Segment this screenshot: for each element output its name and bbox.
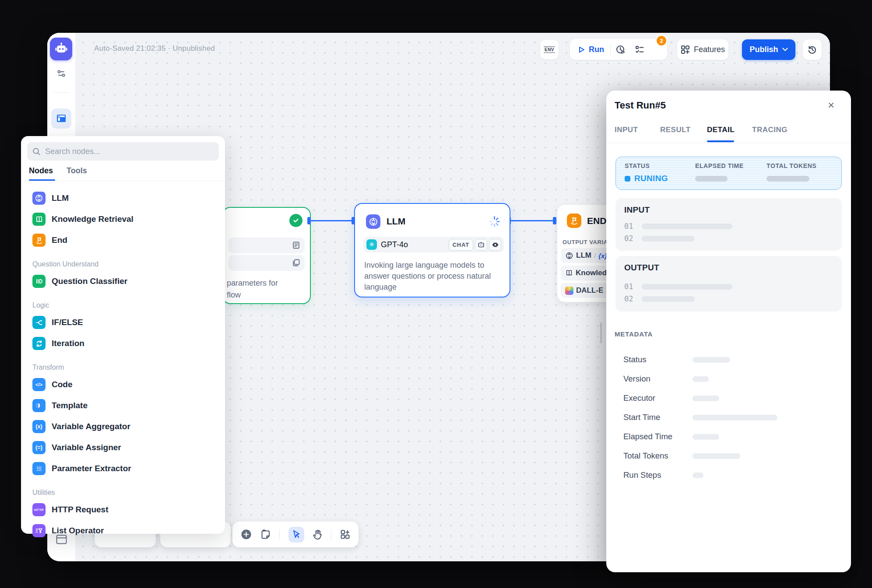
canvas-control-toolbar — [232, 522, 359, 547]
metadata-row-total-tokens: Total Tokens — [623, 446, 842, 466]
window-icon — [56, 113, 67, 124]
metadata-row-start-time: Start Time — [623, 408, 842, 427]
dalle-icon — [565, 287, 573, 295]
node-item-if-else[interactable]: IF/ELSE — [29, 312, 217, 333]
run-label: Run — [589, 45, 604, 54]
input-card-title: INPUT — [624, 205, 650, 215]
success-check-icon — [289, 214, 302, 227]
node-item-variable-assigner[interactable]: {=} Variable Assigner — [29, 437, 217, 458]
env-button[interactable]: ENV — [540, 40, 559, 60]
book-icon — [565, 269, 573, 277]
gpt4o-model-icon: ✳ — [366, 239, 377, 250]
metadata-row-executor: Executor — [623, 388, 842, 408]
end-node-title: END — [587, 216, 606, 226]
close-icon[interactable]: × — [828, 99, 834, 111]
toolbar-divider — [279, 529, 280, 540]
publish-button[interactable]: Publish — [742, 39, 795, 60]
template-icon — [32, 399, 46, 412]
tabs-divider — [606, 143, 851, 143]
loading-spinner-icon — [489, 216, 500, 228]
checklist-button[interactable] — [630, 39, 649, 60]
node-item-template[interactable]: Template — [29, 395, 217, 416]
canvas-scrollbar[interactable] — [600, 322, 602, 343]
add-node-button[interactable] — [241, 529, 252, 540]
clock-play-icon — [615, 45, 626, 55]
running-status-dot — [625, 176, 630, 182]
eye-icon — [492, 242, 499, 248]
edge-source-handle[interactable] — [307, 217, 311, 224]
metadata-skeleton — [693, 376, 709, 382]
llm-model-name: GPT-4o — [381, 240, 447, 249]
llm-model-selector[interactable]: ✳ GPT-4o CHAT — [363, 237, 504, 252]
tab-input[interactable]: INPUT — [615, 126, 638, 134]
code-icon: </> — [32, 378, 46, 391]
llm-icon — [32, 192, 46, 205]
llm-node-description: Invoking large language models to answer… — [364, 260, 503, 293]
http-icon: HTTP — [32, 503, 46, 516]
play-icon — [578, 46, 585, 53]
start-node-field-row[interactable] — [229, 255, 305, 271]
plus-circle-icon — [241, 529, 252, 540]
search-icon — [32, 147, 41, 156]
edge-target-handle[interactable] — [553, 217, 556, 224]
cursor-icon — [292, 530, 301, 539]
tab-tracing[interactable]: TRACING — [752, 126, 788, 134]
tab-result[interactable]: RESULT — [660, 126, 691, 134]
run-history-button[interactable] — [611, 39, 630, 60]
chevron-down-icon — [782, 48, 788, 52]
run-status-card: STATUS RUNING ELAPSED TIME TOTAL TOKENS — [615, 157, 842, 190]
flag-icon — [32, 234, 46, 247]
node-item-code[interactable]: </> Code — [29, 374, 217, 395]
edge-start-to-llm — [311, 220, 354, 221]
node-search-input[interactable]: Search nodes... — [27, 142, 219, 161]
toolbar-divider — [331, 529, 331, 540]
tab-detail[interactable]: DETAIL — [707, 126, 735, 134]
add-note-button[interactable] — [260, 529, 271, 540]
llm-variable-icon — [565, 252, 573, 260]
node-item-variable-aggregator[interactable]: {x} Variable Aggregator — [29, 416, 217, 437]
version-history-button[interactable] — [803, 39, 822, 60]
running-status-value: RUNING — [634, 174, 668, 183]
run-button[interactable]: Run — [570, 39, 610, 60]
pointer-mode-button[interactable] — [288, 527, 304, 542]
input-card: INPUT 01 02 — [615, 198, 842, 251]
agent-badge[interactable] — [475, 239, 487, 251]
node-item-http-request[interactable]: HTTP HTTP Request — [29, 499, 217, 520]
copy-pages-icon — [292, 259, 300, 267]
tab-tools[interactable]: Tools — [67, 166, 87, 175]
output-row-skeleton — [642, 284, 732, 290]
start-node-field-row[interactable] — [229, 238, 305, 253]
organize-nodes-button[interactable] — [340, 529, 350, 539]
node-item-llm[interactable]: LLM — [29, 188, 217, 209]
variable-aggregator-icon: {x} — [32, 420, 46, 433]
tab-nodes[interactable]: Nodes — [29, 166, 53, 175]
features-label: Features — [694, 45, 725, 54]
robot-icon — [478, 242, 485, 248]
metadata-skeleton — [693, 472, 703, 478]
iteration-icon — [32, 337, 46, 350]
hand-mode-button[interactable] — [313, 529, 323, 540]
sidebar-divider — [53, 92, 70, 93]
env-icon: ENV — [544, 46, 555, 53]
edge-llm-to-end — [511, 220, 556, 221]
node-item-list-operator[interactable]: List Operator — [29, 520, 217, 541]
node-item-end[interactable]: End — [29, 230, 217, 251]
llm-node-title: LLM — [387, 216, 405, 227]
features-button[interactable]: Features — [677, 39, 728, 60]
app-logo-robot-icon[interactable] — [50, 38, 72, 60]
vision-badge[interactable] — [489, 239, 501, 251]
elapsed-time-skeleton — [695, 176, 728, 182]
node-item-parameter-extractor[interactable]: Parameter Extractor — [29, 458, 217, 479]
organize-layout-icon — [340, 529, 350, 539]
node-item-iteration[interactable]: Iteration — [29, 333, 217, 354]
note-add-icon — [260, 529, 271, 540]
node-item-question-classifier[interactable]: Question Classifier — [29, 271, 217, 292]
metadata-skeleton — [693, 357, 730, 363]
sidebar-workflow-button[interactable] — [51, 108, 71, 129]
autosave-status: Auto-Saved 21:02:35 · Unpublished — [94, 44, 215, 53]
llm-node[interactable]: LLM ✳ GPT-4o CHAT — [354, 203, 510, 298]
test-run-title: Test Run#5 — [615, 100, 666, 111]
preferences-sliders-icon[interactable] — [56, 68, 67, 81]
node-item-knowledge-retrieval[interactable]: Knowledge Retrieval — [29, 209, 217, 230]
end-node-icon — [567, 214, 581, 228]
